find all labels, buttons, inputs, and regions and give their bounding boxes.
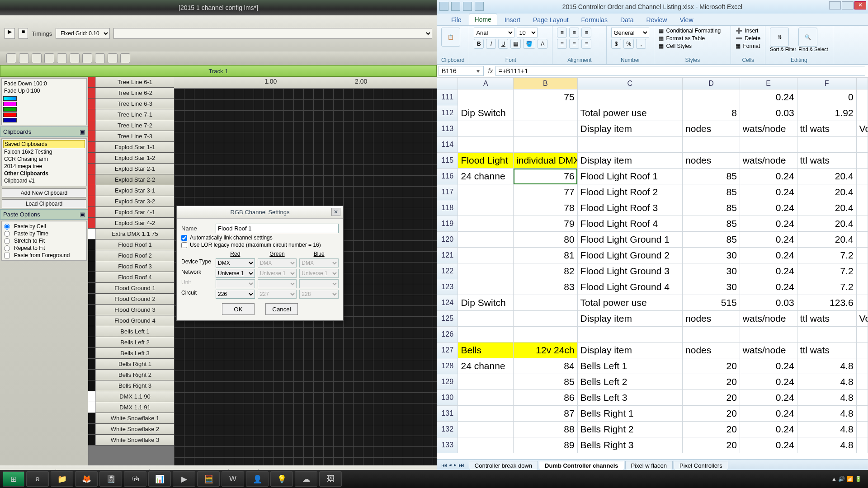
channel-list[interactable]: Tree Line 6-1Tree Line 6-2Tree Line 6-3T…: [88, 77, 174, 465]
collapse-icon[interactable]: ▣: [80, 211, 85, 218]
ribbon-tab-home[interactable]: Home: [469, 14, 497, 25]
stop-button[interactable]: ■: [19, 28, 28, 39]
taskbar-button[interactable]: e: [26, 471, 49, 487]
channel-item[interactable]: Tree Line 7-3: [88, 131, 174, 142]
channel-item[interactable]: Flood Roof 3: [88, 261, 174, 272]
tool-btn[interactable]: [6, 53, 16, 63]
table-row[interactable]: 13187Bells Right 1200.244.8: [437, 406, 868, 422]
close-button[interactable]: ✕: [854, 1, 866, 9]
stretch-radio[interactable]: [4, 238, 10, 244]
channel-name-input[interactable]: [216, 224, 339, 233]
undo-icon[interactable]: [463, 2, 472, 11]
col-header[interactable]: A: [458, 78, 514, 89]
channel-item[interactable]: Explod Star 3-2: [88, 196, 174, 207]
channel-item[interactable]: Bells Right 2: [88, 370, 174, 380]
ribbon-tab-review[interactable]: Review: [641, 14, 673, 25]
ribbon-tab-view[interactable]: View: [674, 14, 698, 25]
channel-item[interactable]: Bells Left 1: [88, 326, 174, 337]
taskbar-button[interactable]: 💡: [270, 471, 293, 487]
table-row[interactable]: 12181Flood Light Ground 2300.247.2: [437, 248, 868, 263]
collapse-icon[interactable]: ▣: [80, 128, 85, 135]
col-header[interactable]: B: [514, 78, 578, 89]
circuit-green[interactable]: 227: [258, 290, 297, 299]
channel-item[interactable]: Flood Ground 3: [88, 305, 174, 315]
table-row[interactable]: 12282Flood Light Ground 3300.247.2: [437, 263, 868, 279]
table-row[interactable]: 127Bells12v 24chDisplay itemnodeswats/no…: [437, 343, 868, 358]
spreadsheet[interactable]: ABCDEF111750.240112Dip SwitchTotal power…: [437, 77, 868, 459]
channel-item[interactable]: Tree Line 6-1: [88, 77, 174, 88]
italic-button[interactable]: I: [486, 39, 496, 49]
lor-legacy-check[interactable]: [181, 242, 187, 248]
table-row[interactable]: 11777Flood Light Roof 2850.2420.4: [437, 184, 868, 200]
taskbar-button[interactable]: 📓: [99, 471, 122, 487]
name-box[interactable]: B116▾: [439, 66, 484, 76]
ribbon-tab-file[interactable]: File: [446, 14, 467, 25]
load-clipboard-button[interactable]: Load Clipboard: [2, 199, 86, 208]
ribbon-tab-formulas[interactable]: Formulas: [576, 14, 613, 25]
sheet-tab[interactable]: Pixel w flacon: [625, 461, 673, 470]
delete-cells[interactable]: Delete: [745, 35, 760, 42]
table-row[interactable]: 13288Bells Right 2200.244.8: [437, 422, 868, 437]
col-header[interactable]: C: [577, 78, 682, 89]
table-row[interactable]: 13086Bells Left 3200.244.8: [437, 390, 868, 406]
taskbar-button[interactable]: ☁: [295, 471, 317, 487]
table-row[interactable]: 115Flood Lightindividual DMXDisplay item…: [437, 153, 868, 169]
channel-item[interactable]: Flood Roof 1: [88, 239, 174, 250]
ribbon-tab-data[interactable]: Data: [615, 14, 639, 25]
sort-filter-button[interactable]: ⇅Sort & Filter: [770, 28, 796, 52]
find-select-button[interactable]: 🔍Find & Select: [798, 28, 828, 52]
channel-item[interactable]: Bells Left 3: [88, 348, 174, 359]
channel-item[interactable]: Flood Roof 2: [88, 250, 174, 261]
circuit-red[interactable]: 226: [216, 290, 255, 299]
paste-by-time-radio[interactable]: [4, 231, 10, 237]
device-green[interactable]: DMX: [258, 258, 297, 267]
taskbar-button[interactable]: 📁: [51, 471, 73, 487]
channel-item[interactable]: Explod Star 1-1: [88, 142, 174, 153]
taskbar-button[interactable]: W: [222, 471, 244, 487]
border-button[interactable]: ▦: [510, 39, 521, 49]
track-header[interactable]: Track 1: [0, 65, 437, 77]
table-row[interactable]: 11624 channe76Flood Light Roof 1850.2420…: [437, 169, 868, 184]
ribbon-tab-page layout[interactable]: Page Layout: [528, 14, 574, 25]
channel-item[interactable]: Flood Ground 1: [88, 283, 174, 294]
table-row[interactable]: 113Display itemnodeswats/nodettl watsVo: [437, 121, 868, 137]
channel-item[interactable]: Tree Line 7-2: [88, 120, 174, 131]
font-name[interactable]: Arial: [474, 28, 514, 38]
underline-button[interactable]: U: [498, 39, 508, 49]
fx-icon[interactable]: fx: [486, 67, 495, 75]
channel-item[interactable]: Tree Line 6-2: [88, 88, 174, 99]
channel-item[interactable]: Tree Line 7-1: [88, 109, 174, 120]
channel-item[interactable]: Explod Star 1-2: [88, 153, 174, 164]
network-red[interactable]: Universe 1: [216, 269, 255, 278]
table-row[interactable]: 12824 channe84Bells Left 1200.244.8: [437, 358, 868, 374]
formula-input[interactable]: [495, 66, 865, 76]
table-row[interactable]: 11878Flood Light Roof 3850.2420.4: [437, 200, 868, 216]
circuit-blue[interactable]: 228: [299, 290, 339, 299]
fill-button[interactable]: 🪣: [523, 39, 535, 49]
device-red[interactable]: DMX: [216, 258, 255, 267]
table-row[interactable]: 125Display itemnodeswats/nodettl watsVo: [437, 311, 868, 327]
channel-item[interactable]: Explod Star 3-1: [88, 185, 174, 196]
channel-item[interactable]: Tree Line 6-3: [88, 99, 174, 109]
paste-fg-check[interactable]: [4, 253, 10, 258]
table-row[interactable]: 12080Flood Light Ground 1850.2420.4: [437, 232, 868, 248]
channel-item[interactable]: DMX 1.1 91: [88, 402, 174, 413]
taskbar-button[interactable]: 🦊: [75, 471, 98, 487]
channel-item[interactable]: White Snowflake 2: [88, 424, 174, 435]
font-color-button[interactable]: A: [538, 39, 547, 49]
paste-button[interactable]: 📋: [441, 28, 460, 47]
col-header[interactable]: F: [797, 78, 856, 89]
channel-item[interactable]: Explod Star 4-2: [88, 218, 174, 229]
table-row[interactable]: 11979Flood Light Roof 4850.2420.4: [437, 216, 868, 232]
save-icon[interactable]: [451, 2, 460, 11]
paste-options-hdr[interactable]: Paste Options: [3, 211, 40, 218]
track-combo[interactable]: [113, 28, 432, 39]
ribbon-tab-insert[interactable]: Insert: [499, 14, 526, 25]
redo-icon[interactable]: [475, 2, 484, 11]
channel-item[interactable]: Flood Ground 2: [88, 294, 174, 305]
conditional-formatting[interactable]: Conditional Formatting: [666, 28, 721, 34]
table-row[interactable]: 112Dip SwitchTotal power use80.031.92: [437, 105, 868, 121]
channel-item[interactable]: Bells Right 3: [88, 380, 174, 391]
channel-item[interactable]: White Snowflake 3: [88, 435, 174, 446]
cell-styles[interactable]: Cell Styles: [666, 43, 692, 49]
